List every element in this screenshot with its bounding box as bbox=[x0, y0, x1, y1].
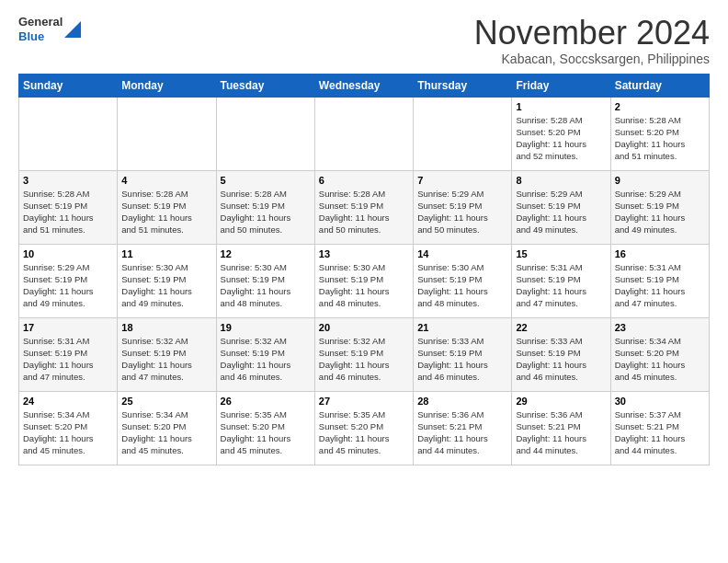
day-info: Sunrise: 5:29 AMSunset: 5:19 PMDaylight:… bbox=[516, 188, 606, 236]
day-cell: 26Sunrise: 5:35 AMSunset: 5:20 PMDayligh… bbox=[216, 391, 314, 465]
weekday-wednesday: Wednesday bbox=[314, 74, 413, 97]
day-number: 5 bbox=[221, 175, 311, 186]
logo-blue: Blue bbox=[18, 29, 63, 44]
day-info: Sunrise: 5:31 AMSunset: 5:19 PMDaylight:… bbox=[23, 335, 113, 384]
page: General Blue November 2024 Kabacan, Socc… bbox=[0, 0, 728, 484]
day-cell: 5Sunrise: 5:28 AMSunset: 5:19 PMDaylight… bbox=[216, 170, 314, 244]
day-info: Sunrise: 5:30 AMSunset: 5:19 PMDaylight:… bbox=[121, 261, 211, 310]
day-cell: 4Sunrise: 5:28 AMSunset: 5:19 PMDaylight… bbox=[118, 170, 216, 244]
title-area: November 2024 Kabacan, Soccsksargen, Phi… bbox=[474, 15, 710, 66]
weekday-tuesday: Tuesday bbox=[216, 74, 314, 97]
day-cell: 24Sunrise: 5:34 AMSunset: 5:20 PMDayligh… bbox=[19, 391, 118, 465]
day-info: Sunrise: 5:34 AMSunset: 5:20 PMDaylight:… bbox=[121, 408, 211, 457]
logo: General Blue bbox=[18, 15, 81, 43]
weekday-thursday: Thursday bbox=[414, 74, 512, 97]
day-info: Sunrise: 5:34 AMSunset: 5:20 PMDaylight:… bbox=[23, 408, 113, 457]
day-cell: 17Sunrise: 5:31 AMSunset: 5:19 PMDayligh… bbox=[19, 317, 118, 391]
day-info: Sunrise: 5:36 AMSunset: 5:21 PMDaylight:… bbox=[516, 408, 606, 457]
day-number: 19 bbox=[221, 322, 311, 333]
calendar-header: SundayMondayTuesdayWednesdayThursdayFrid… bbox=[19, 74, 710, 97]
logo-icon bbox=[64, 17, 81, 38]
day-number: 24 bbox=[23, 396, 113, 407]
day-info: Sunrise: 5:30 AMSunset: 5:19 PMDaylight:… bbox=[417, 261, 507, 310]
day-number: 6 bbox=[319, 175, 409, 186]
day-number: 18 bbox=[121, 322, 211, 333]
day-info: Sunrise: 5:30 AMSunset: 5:19 PMDaylight:… bbox=[221, 261, 311, 310]
day-cell: 19Sunrise: 5:32 AMSunset: 5:19 PMDayligh… bbox=[216, 317, 314, 391]
day-info: Sunrise: 5:28 AMSunset: 5:19 PMDaylight:… bbox=[319, 188, 409, 236]
day-number: 20 bbox=[319, 322, 409, 333]
day-info: Sunrise: 5:29 AMSunset: 5:19 PMDaylight:… bbox=[23, 261, 113, 310]
day-cell: 13Sunrise: 5:30 AMSunset: 5:19 PMDayligh… bbox=[314, 244, 413, 317]
day-number: 1 bbox=[516, 101, 606, 112]
week-row-2: 3Sunrise: 5:28 AMSunset: 5:19 PMDaylight… bbox=[19, 170, 710, 244]
week-row-4: 17Sunrise: 5:31 AMSunset: 5:19 PMDayligh… bbox=[19, 317, 710, 391]
header: General Blue November 2024 Kabacan, Socc… bbox=[18, 15, 710, 66]
day-number: 21 bbox=[417, 322, 507, 333]
day-cell: 30Sunrise: 5:37 AMSunset: 5:21 PMDayligh… bbox=[610, 391, 709, 465]
day-cell: 12Sunrise: 5:30 AMSunset: 5:19 PMDayligh… bbox=[216, 244, 314, 317]
day-info: Sunrise: 5:33 AMSunset: 5:19 PMDaylight:… bbox=[417, 335, 507, 384]
day-cell: 1Sunrise: 5:28 AMSunset: 5:20 PMDaylight… bbox=[512, 97, 610, 170]
day-cell: 28Sunrise: 5:36 AMSunset: 5:21 PMDayligh… bbox=[414, 391, 512, 465]
day-info: Sunrise: 5:30 AMSunset: 5:19 PMDaylight:… bbox=[319, 261, 409, 310]
day-number: 26 bbox=[221, 396, 311, 407]
day-cell: 29Sunrise: 5:36 AMSunset: 5:21 PMDayligh… bbox=[512, 391, 610, 465]
day-info: Sunrise: 5:35 AMSunset: 5:20 PMDaylight:… bbox=[319, 408, 409, 457]
month-title: November 2024 bbox=[474, 15, 710, 52]
day-info: Sunrise: 5:31 AMSunset: 5:19 PMDaylight:… bbox=[615, 261, 705, 310]
day-cell: 16Sunrise: 5:31 AMSunset: 5:19 PMDayligh… bbox=[610, 244, 709, 317]
day-number: 25 bbox=[121, 396, 211, 407]
day-cell bbox=[414, 97, 512, 170]
day-number: 17 bbox=[23, 322, 113, 333]
day-cell bbox=[19, 97, 118, 170]
day-info: Sunrise: 5:28 AMSunset: 5:19 PMDaylight:… bbox=[221, 188, 311, 236]
day-cell: 3Sunrise: 5:28 AMSunset: 5:19 PMDaylight… bbox=[19, 170, 118, 244]
day-info: Sunrise: 5:29 AMSunset: 5:19 PMDaylight:… bbox=[615, 188, 705, 236]
day-number: 8 bbox=[516, 175, 606, 186]
day-number: 7 bbox=[417, 175, 507, 186]
day-number: 30 bbox=[615, 396, 705, 407]
day-cell bbox=[118, 97, 216, 170]
day-number: 15 bbox=[516, 248, 606, 259]
day-cell: 27Sunrise: 5:35 AMSunset: 5:20 PMDayligh… bbox=[314, 391, 413, 465]
day-number: 4 bbox=[121, 175, 211, 186]
day-cell bbox=[216, 97, 314, 170]
day-info: Sunrise: 5:28 AMSunset: 5:19 PMDaylight:… bbox=[23, 188, 113, 236]
day-cell: 8Sunrise: 5:29 AMSunset: 5:19 PMDaylight… bbox=[512, 170, 610, 244]
weekday-monday: Monday bbox=[118, 74, 216, 97]
day-number: 10 bbox=[23, 248, 113, 259]
day-number: 3 bbox=[23, 175, 113, 186]
day-cell: 11Sunrise: 5:30 AMSunset: 5:19 PMDayligh… bbox=[118, 244, 216, 317]
day-cell: 14Sunrise: 5:30 AMSunset: 5:19 PMDayligh… bbox=[414, 244, 512, 317]
day-number: 11 bbox=[121, 248, 211, 259]
day-info: Sunrise: 5:37 AMSunset: 5:21 PMDaylight:… bbox=[615, 408, 705, 457]
day-cell: 9Sunrise: 5:29 AMSunset: 5:19 PMDaylight… bbox=[610, 170, 709, 244]
day-cell: 23Sunrise: 5:34 AMSunset: 5:20 PMDayligh… bbox=[610, 317, 709, 391]
weekday-saturday: Saturday bbox=[610, 74, 709, 97]
weekday-friday: Friday bbox=[512, 74, 610, 97]
day-cell: 10Sunrise: 5:29 AMSunset: 5:19 PMDayligh… bbox=[19, 244, 118, 317]
day-info: Sunrise: 5:32 AMSunset: 5:19 PMDaylight:… bbox=[121, 335, 211, 384]
logo-general: General bbox=[18, 15, 63, 29]
calendar-body: 1Sunrise: 5:28 AMSunset: 5:20 PMDaylight… bbox=[19, 97, 710, 465]
day-cell: 7Sunrise: 5:29 AMSunset: 5:19 PMDaylight… bbox=[414, 170, 512, 244]
day-info: Sunrise: 5:36 AMSunset: 5:21 PMDaylight:… bbox=[417, 408, 507, 457]
day-number: 14 bbox=[417, 248, 507, 259]
day-number: 9 bbox=[615, 175, 705, 186]
day-info: Sunrise: 5:31 AMSunset: 5:19 PMDaylight:… bbox=[516, 261, 606, 310]
week-row-1: 1Sunrise: 5:28 AMSunset: 5:20 PMDaylight… bbox=[19, 97, 710, 170]
day-number: 2 bbox=[615, 101, 705, 112]
day-cell: 25Sunrise: 5:34 AMSunset: 5:20 PMDayligh… bbox=[118, 391, 216, 465]
day-number: 13 bbox=[319, 248, 409, 259]
day-number: 28 bbox=[417, 396, 507, 407]
day-number: 12 bbox=[221, 248, 311, 259]
day-number: 22 bbox=[516, 322, 606, 333]
day-number: 27 bbox=[319, 396, 409, 407]
day-info: Sunrise: 5:29 AMSunset: 5:19 PMDaylight:… bbox=[417, 188, 507, 236]
day-info: Sunrise: 5:28 AMSunset: 5:19 PMDaylight:… bbox=[121, 188, 211, 236]
day-info: Sunrise: 5:35 AMSunset: 5:20 PMDaylight:… bbox=[221, 408, 311, 457]
weekday-sunday: Sunday bbox=[19, 74, 118, 97]
svg-marker-0 bbox=[64, 21, 81, 38]
day-cell: 18Sunrise: 5:32 AMSunset: 5:19 PMDayligh… bbox=[118, 317, 216, 391]
